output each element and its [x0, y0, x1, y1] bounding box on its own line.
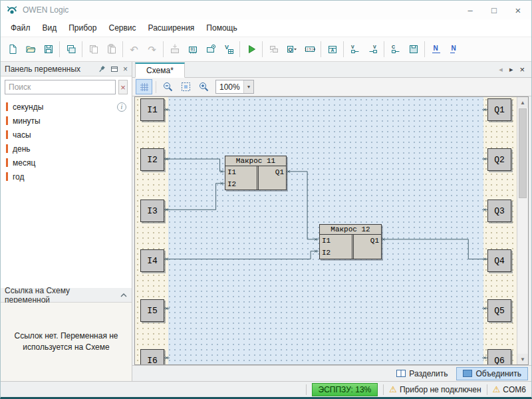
- port-status: ⚠ COM6: [493, 384, 526, 394]
- calendar-block-icon[interactable]: A: [323, 40, 341, 59]
- menu-view[interactable]: Вид: [37, 21, 63, 35]
- macro-title: Макрос 11: [225, 156, 286, 166]
- output-block-q1[interactable]: Q1: [487, 98, 511, 121]
- connector-module-icon[interactable]: [404, 40, 422, 59]
- app-logo-icon: [6, 4, 18, 16]
- variable-label: месяц: [13, 158, 35, 168]
- menu-file[interactable]: Файл: [5, 21, 37, 35]
- input-block-i5[interactable]: I5: [140, 299, 164, 322]
- maximize-button[interactable]: □: [482, 1, 506, 19]
- macro-input-port[interactable]: I1: [320, 235, 352, 247]
- tab-close-icon[interactable]: ×: [519, 65, 525, 74]
- connector-v-in-icon[interactable]: V: [346, 40, 364, 59]
- grid-toggle-button[interactable]: [136, 79, 152, 94]
- zoom-value: 100%: [216, 82, 243, 92]
- macro-output-port[interactable]: Q1: [354, 235, 381, 247]
- split-view-icon: [396, 370, 406, 377]
- tab-scroll-right-icon[interactable]: ▸: [509, 65, 513, 74]
- connector-v-out-icon[interactable]: V: [364, 40, 382, 59]
- menu-service[interactable]: Сервис: [102, 21, 142, 35]
- output-block-q6[interactable]: Q6: [487, 349, 511, 364]
- tab-schema[interactable]: Схема*: [135, 63, 185, 78]
- network-n-in-icon[interactable]: N: [427, 40, 445, 59]
- variables-panel: Панель переменных × × секунды i: [1, 62, 132, 381]
- zoom-out-icon[interactable]: [160, 79, 176, 94]
- svg-text:V: V: [351, 45, 354, 49]
- device-status: ⚠ Прибор не подключен: [389, 384, 481, 394]
- menu-help[interactable]: Помощь: [200, 21, 243, 35]
- variable-item[interactable]: месяц: [1, 156, 132, 170]
- output-block-q4[interactable]: Q4: [487, 249, 511, 272]
- input-block-i6[interactable]: I6: [140, 349, 164, 364]
- variable-item[interactable]: день: [1, 142, 132, 156]
- merge-view-button[interactable]: Объединить: [456, 367, 528, 380]
- canvas-wrap: I1 I2 I3 I4 I5 I6 Q1 Q2 Q3 Q4 Q5 Q6 Макр…: [134, 96, 529, 365]
- minimize-button[interactable]: –: [458, 1, 482, 19]
- warning-icon: ⚠: [493, 384, 501, 394]
- counter-block-icon[interactable]: 1|3|4: [301, 40, 319, 59]
- zoom-fit-icon[interactable]: [178, 79, 194, 94]
- float-window-icon[interactable]: [110, 65, 118, 73]
- connector-c-icon[interactable]: C: [386, 40, 404, 59]
- network-n-out-icon[interactable]: N: [445, 40, 463, 59]
- undo-icon[interactable]: ↶: [125, 40, 143, 59]
- variable-item[interactable]: минуты: [1, 114, 132, 128]
- scroll-up-icon[interactable]: ▲: [517, 97, 528, 108]
- collapse-icon[interactable]: [120, 293, 128, 298]
- variables-table-icon[interactable]: V: [219, 40, 237, 59]
- variable-marker: [6, 102, 8, 111]
- macro-input-port[interactable]: I2: [320, 247, 352, 259]
- info-icon[interactable]: i: [117, 102, 126, 112]
- copy-icon[interactable]: [84, 40, 102, 59]
- menu-extensions[interactable]: Расширения: [142, 21, 201, 35]
- online-debug-icon[interactable]: [265, 40, 283, 59]
- macro-block-12[interactable]: Макрос 12 I1 I2 Q1: [319, 224, 382, 259]
- variable-item[interactable]: часы: [1, 128, 132, 142]
- device-status-text: Прибор не подключен: [400, 385, 481, 394]
- input-block-i3[interactable]: I3: [140, 200, 164, 222]
- input-block-i2[interactable]: I2: [140, 148, 164, 171]
- run-simulation-icon[interactable]: [242, 40, 260, 59]
- input-block-i4[interactable]: I4: [140, 249, 164, 272]
- scroll-down-icon[interactable]: ▼: [517, 354, 528, 364]
- macro-input-port[interactable]: I1: [225, 166, 257, 178]
- macro-block-11[interactable]: Макрос 11 I1 I2 Q1: [225, 156, 287, 190]
- eeprom-progress: ЭСППЗУ: 13%: [312, 383, 378, 396]
- pin-icon[interactable]: [98, 65, 106, 73]
- input-block-i1[interactable]: I1: [140, 98, 164, 121]
- output-block-q5[interactable]: Q5: [487, 299, 511, 322]
- upload-to-device-icon[interactable]: [166, 40, 184, 59]
- panel-close-icon[interactable]: ×: [123, 65, 128, 74]
- zoom-select[interactable]: 100% ▾: [215, 80, 254, 94]
- redo-icon[interactable]: ↷: [143, 40, 161, 59]
- tab-bar: Схема* ◂ ▸ ×: [132, 62, 531, 78]
- menu-device[interactable]: Прибор: [63, 21, 102, 35]
- q-block-dropdown-icon[interactable]: Q: [283, 40, 301, 59]
- variable-item[interactable]: секунды i: [1, 100, 132, 114]
- output-block-q3[interactable]: Q3: [487, 200, 511, 222]
- clear-search-button[interactable]: ×: [118, 80, 128, 94]
- scrollbar-thumb[interactable]: [519, 108, 527, 198]
- print-project-icon[interactable]: [62, 40, 80, 59]
- zoom-in-icon[interactable]: [196, 79, 212, 94]
- split-view-button[interactable]: Разделить: [390, 367, 454, 380]
- svg-text:V: V: [373, 45, 376, 49]
- variable-item[interactable]: год: [1, 170, 132, 184]
- macro-input-port[interactable]: I2: [225, 178, 257, 190]
- save-project-icon[interactable]: [39, 40, 57, 59]
- device-information-icon[interactable]: 01: [184, 40, 201, 59]
- variable-label: год: [13, 172, 25, 182]
- macro-output-port[interactable]: Q1: [259, 166, 286, 178]
- new-project-icon[interactable]: [3, 40, 21, 59]
- output-block-q2[interactable]: Q2: [487, 148, 511, 171]
- scheme-canvas[interactable]: I1 I2 I3 I4 I5 I6 Q1 Q2 Q3 Q4 Q5 Q6 Макр…: [135, 97, 517, 364]
- close-button[interactable]: ×: [506, 1, 530, 19]
- open-project-icon[interactable]: [21, 40, 39, 59]
- paste-icon[interactable]: [102, 40, 120, 59]
- tab-scroll-left-icon[interactable]: ◂: [499, 65, 503, 74]
- device-configuration-icon[interactable]: [201, 40, 219, 59]
- search-input[interactable]: [5, 80, 116, 94]
- vertical-scrollbar[interactable]: ▲ ▼: [517, 97, 528, 364]
- variable-marker: [6, 116, 8, 125]
- app-window: OWEN Logic – □ × Файл Вид Прибор Сервис …: [0, 0, 532, 399]
